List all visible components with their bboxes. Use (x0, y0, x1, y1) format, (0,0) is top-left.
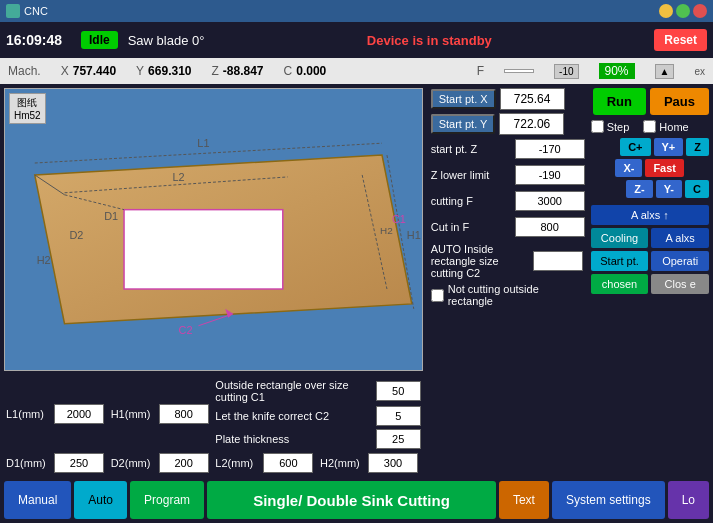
svg-text:H2: H2 (37, 254, 51, 266)
params-grid: L1(mm) H1(mm) Outside rectangle over siz… (0, 375, 427, 477)
c-coord: C 0.000 (284, 64, 327, 78)
main-content: 16:09:48 Idle Saw blade 0° Device is in … (0, 22, 713, 523)
f-percent: 90% (599, 63, 635, 79)
app-title: CNC (24, 5, 48, 17)
h1-input[interactable] (159, 404, 209, 424)
outside-params: Outside rectangle over size cutting C1 L… (215, 379, 420, 449)
cut-in-f-input[interactable] (515, 217, 585, 237)
svg-text:H2: H2 (380, 225, 393, 236)
close-button[interactable] (693, 4, 707, 18)
svg-rect-1 (124, 210, 283, 289)
d2-input[interactable] (159, 453, 209, 473)
not-cutting-row: Not cutting outside rectangle (431, 283, 583, 307)
home-item: Home (643, 120, 688, 133)
startpt-x-input[interactable] (500, 88, 565, 110)
h1-param: H1(mm) (111, 379, 212, 449)
d1-param: D1(mm) (6, 453, 107, 473)
sink-label: Single/ Double Sink Cutting (207, 481, 496, 519)
status-badge: Idle (81, 31, 118, 49)
z-lower-input[interactable] (515, 165, 585, 185)
startpt-xy-row: Start pt. X Start pt. Y (431, 88, 583, 135)
program-button[interactable]: Program (130, 481, 204, 519)
knife-correct-input[interactable] (376, 406, 421, 426)
x-coord: X 757.440 (61, 64, 116, 78)
left-panel: 图纸 Hm52 (0, 84, 427, 477)
startpt-y-input[interactable] (499, 113, 564, 135)
text-button[interactable]: Text (499, 481, 549, 519)
close-button-right[interactable]: Clos e (651, 274, 709, 294)
l2-input[interactable] (263, 453, 313, 473)
diagram-svg: L1 L2 H1 H2 D1 D2 H2 (5, 89, 422, 370)
side-buttons: A alxs ↑ Cooling A alxs Start pt. Operat… (591, 205, 709, 294)
jog-row-3: Z- Y- C (591, 180, 709, 198)
outside-rect-input[interactable] (376, 381, 421, 401)
svg-text:C1: C1 (392, 213, 406, 225)
auto-button[interactable]: Auto (74, 481, 127, 519)
reset-button[interactable]: Reset (654, 29, 707, 51)
center-panel: Start pt. X Start pt. Y start pt. Z Z lo… (427, 84, 587, 477)
step-item: Step (591, 120, 630, 133)
not-cutting-checkbox[interactable] (431, 289, 444, 302)
svg-text:L2: L2 (173, 171, 185, 183)
startpt-button[interactable]: Start pt. (591, 251, 649, 271)
a-alxs1-button[interactable]: A alxs ↑ (591, 205, 709, 225)
maximize-button[interactable] (676, 4, 690, 18)
a-alxs2-button[interactable]: A alxs (651, 228, 709, 248)
jog-section: C+ Y+ Z X- Fast Z- Y- C (591, 138, 709, 198)
d1-input[interactable] (54, 453, 104, 473)
coords-bar: Mach. X 757.440 Y 669.310 Z -88.847 C 0.… (0, 58, 713, 84)
l1-param: L1(mm) (6, 379, 107, 449)
cut-in-f-row: Cut in F (431, 217, 583, 237)
x-minus-button[interactable]: X- (615, 159, 642, 177)
l1-input[interactable] (54, 404, 104, 424)
title-bar: CNC (0, 0, 713, 22)
hm52-box: 图纸 Hm52 (9, 93, 46, 124)
chosen-close-row: chosen Clos e (591, 274, 709, 294)
svg-text:D1: D1 (104, 210, 118, 222)
c-plus-button[interactable]: C+ (620, 138, 650, 156)
svg-text:C2: C2 (179, 324, 193, 336)
f-up-button[interactable]: ▲ (655, 64, 675, 79)
chosen-button[interactable]: chosen (591, 274, 649, 294)
pause-button[interactable]: Paus (650, 88, 709, 115)
cooling-button[interactable]: Cooling (591, 228, 649, 248)
manual-button[interactable]: Manual (4, 481, 71, 519)
d2-param: D2(mm) (111, 453, 212, 473)
fast-button[interactable]: Fast (645, 159, 684, 177)
home-checkbox[interactable] (643, 120, 656, 133)
saw-blade-label: Saw blade 0° (128, 33, 205, 48)
lo-button[interactable]: Lo (668, 481, 709, 519)
step-home-row: Step Home (591, 120, 709, 133)
minimize-button[interactable] (659, 4, 673, 18)
work-area: 图纸 Hm52 (0, 84, 713, 477)
startpt-x-button[interactable]: Start pt. X (431, 89, 496, 109)
y-minus-button[interactable]: Y- (656, 180, 682, 198)
h2-input[interactable] (368, 453, 418, 473)
standby-message: Device is in standby (214, 33, 644, 48)
app-icon (6, 4, 20, 18)
operati-button[interactable]: Operati (651, 251, 709, 271)
svg-text:H1: H1 (407, 229, 421, 241)
f-minus-button[interactable]: -10 (554, 64, 578, 79)
z-button[interactable]: Z (686, 138, 709, 156)
mach-label: Mach. (8, 64, 41, 78)
diagram-area: 图纸 Hm52 (4, 88, 423, 371)
jog-row-2: X- Fast (591, 159, 709, 177)
auto-inside-input[interactable] (533, 251, 583, 271)
plate-thickness-input[interactable] (376, 429, 421, 449)
l2-param: L2(mm) (215, 453, 316, 473)
jog-row-1: C+ Y+ Z (591, 138, 709, 156)
startpt-y-button[interactable]: Start pt. Y (431, 114, 496, 134)
cutting-f-row: cutting F (431, 191, 583, 211)
step-checkbox[interactable] (591, 120, 604, 133)
y-plus-button[interactable]: Y+ (654, 138, 684, 156)
system-button[interactable]: System settings (552, 481, 665, 519)
run-button[interactable]: Run (593, 88, 646, 115)
top-bar: 16:09:48 Idle Saw blade 0° Device is in … (0, 22, 713, 58)
z-minus-button[interactable]: Z- (626, 180, 652, 198)
c-button[interactable]: C (685, 180, 709, 198)
cutting-f-input[interactable] (515, 191, 585, 211)
svg-text:D2: D2 (69, 229, 83, 241)
cooling-row: Cooling A alxs (591, 228, 709, 248)
startpt-z-input[interactable] (515, 139, 585, 159)
